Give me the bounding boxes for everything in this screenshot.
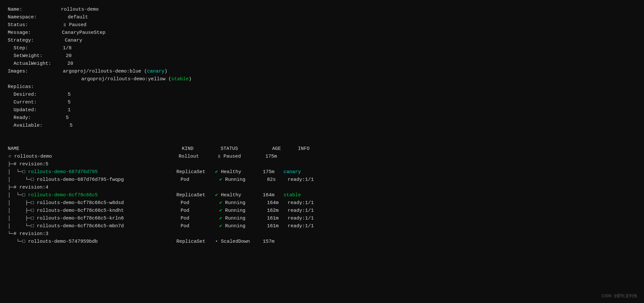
pod1-info: ready:1/1 [288, 177, 314, 182]
rs1-age: 175m [263, 168, 283, 176]
replicas-label: Replicas: [8, 84, 34, 90]
pod5-age: 161m [267, 222, 288, 230]
ready-label: Ready: [8, 115, 31, 121]
actualweight-line: ActualWeight:20 [8, 60, 636, 68]
pod5-status: Running [225, 222, 267, 230]
rs1-row: │ └─□ rollouts-demo-687d76d795ReplicaSet… [8, 168, 636, 176]
setweight-line: SetWeight:20 [8, 52, 636, 60]
pod1-kind: Pod [181, 176, 219, 184]
pod4-name: rollouts-demo-6cf78c66c5-krln6 [37, 215, 181, 222]
strategy-value: Canary [65, 38, 82, 43]
rs2-kind: ReplicaSet [176, 191, 215, 199]
actualweight-value: 20 [67, 61, 73, 66]
pod2-row: │ ├─□ rollouts-demo-6cf78c66c5-w8dsdPod✔… [8, 199, 636, 207]
pod2-name: rollouts-demo-6cf78c66c5-w8dsd [37, 199, 181, 207]
rs2-row: │ └─□ rollouts-demo-6cf78c66c5ReplicaSet… [8, 191, 636, 199]
replicas-line: Replicas: [8, 83, 636, 91]
watermark: CSDN @爱吃龙利鱼 [601, 293, 638, 300]
namespace-line: Namespace:default [8, 14, 636, 21]
blank-line [8, 130, 636, 137]
rs3-name: rollouts-demo-5747959bdb [28, 238, 176, 246]
rs3-row: └─□ rollouts-demo-5747959bdbReplicaSet• … [8, 238, 636, 246]
pod4-info: ready:1/1 [288, 216, 314, 221]
available-line: Available:5 [8, 122, 636, 130]
rs1-kind: ReplicaSet [176, 168, 215, 176]
rs1-status-icon: ✔ [215, 169, 218, 175]
pod5-info: ready:1/1 [288, 223, 314, 229]
desired-value: 5 [68, 92, 71, 97]
step-value: 1/8 [63, 45, 72, 51]
pod3-info: ready:1/1 [288, 208, 314, 213]
pod4-row: │ ├─□ rollouts-demo-6cf78c66c5-krln6Pod✔… [8, 215, 636, 222]
setweight-value: 20 [66, 53, 72, 59]
images-label: Images: [8, 69, 28, 74]
pod2-info: ready:1/1 [288, 200, 314, 206]
col-status: STATUS [221, 145, 272, 153]
pod5-name: rollouts-demo-6cf78c66c5-mbn7d [37, 222, 181, 230]
rs2-status: Healthy [221, 191, 263, 199]
ready-value: 5 [66, 115, 69, 121]
image2-value: argoproj/rollouts-demo:yellow [81, 76, 165, 82]
message-label: Message: [8, 30, 31, 35]
current-value: 5 [68, 100, 71, 105]
pod1-status: Running [225, 176, 267, 184]
updated-line: Updated:1 [8, 106, 636, 114]
pod4-kind: Pod [181, 215, 219, 222]
available-value: 5 [70, 123, 73, 128]
col-info: INFO [298, 146, 310, 152]
col-name: NAME [8, 145, 182, 153]
pod1-status-icon: ✔ [219, 177, 222, 182]
strategy-line: Strategy:Canary [8, 37, 636, 44]
message-value: CanaryPauseStep [62, 30, 105, 35]
pod3-age: 162m [267, 207, 288, 215]
pod1-age: 82s [267, 176, 288, 184]
name-value: rollouts-demo [61, 7, 99, 12]
rev4-label: # revision:4 [14, 185, 48, 190]
rs1-info: canary [283, 169, 301, 175]
pod3-status-icon: ✔ [219, 208, 222, 213]
step-label: Step: [8, 45, 28, 51]
pod2-status: Running [225, 199, 267, 207]
strategy-label: Strategy: [8, 38, 34, 43]
rs1-name: rollouts-demo-687d76d795 [28, 168, 176, 176]
images-line: Images:argoproj/rollouts-demo:blue (cana… [8, 68, 636, 75]
pod1-name: rollouts-demo-687d76d795-fwqpg [37, 176, 181, 184]
name-label: Name: [8, 7, 22, 12]
pod5-kind: Pod [181, 222, 219, 230]
pod2-age: 164m [267, 199, 288, 207]
rev5-label: # revision:5 [14, 161, 48, 167]
current-line: Current:5 [8, 99, 636, 106]
available-label: Available: [8, 123, 43, 128]
status-value: Paused [69, 22, 86, 28]
rollout-root-row: ○ rollouts-demoRollout॥ Paused175m [8, 153, 636, 161]
pod3-status: Running [225, 207, 267, 215]
rs3-kind: ReplicaSet [176, 238, 215, 246]
rollout-status: Paused [223, 153, 265, 161]
pod4-status-icon: ✔ [219, 216, 222, 221]
pod4-age: 161m [267, 215, 288, 222]
current-label: Current: [8, 100, 37, 105]
stable-tag: stable [171, 76, 189, 82]
pod3-row: │ ├─□ rollouts-demo-6cf78c66c5-kndhtPod✔… [8, 207, 636, 215]
rs2-age: 164m [263, 191, 283, 199]
rollout-name: rollouts-demo [14, 153, 179, 161]
rs2-info: stable [283, 192, 301, 198]
rs2-name: rollouts-demo-6cf78c66c5 [28, 191, 176, 199]
status-label: Status: [8, 22, 28, 28]
pod5-status-icon: ✔ [219, 223, 222, 229]
rev3-label: # revision:3 [14, 231, 48, 237]
pod2-kind: Pod [181, 199, 219, 207]
col-kind: KIND [182, 145, 221, 153]
setweight-label: SetWeight: [8, 53, 43, 59]
pod1-row: │ └─□ rollouts-demo-687d76d795-fwqpgPod✔… [8, 176, 636, 184]
rollout-age: 175m [265, 154, 277, 159]
col-age: AGE [272, 145, 298, 153]
message-line: Message:CanaryPauseStep [8, 29, 636, 37]
updated-label: Updated: [8, 107, 37, 113]
pod3-kind: Pod [181, 207, 219, 215]
terminal: Name:rollouts-demo Namespace:default Sta… [8, 6, 636, 246]
status-line: Status:॥ Paused [8, 21, 636, 29]
rev5-row: ├─# revision:5 [8, 161, 636, 168]
pod5-row: │ └─□ rollouts-demo-6cf78c66c5-mbn7dPod✔… [8, 222, 636, 230]
image2-line: argoproj/rollouts-demo:yellow (stable) [8, 75, 636, 83]
